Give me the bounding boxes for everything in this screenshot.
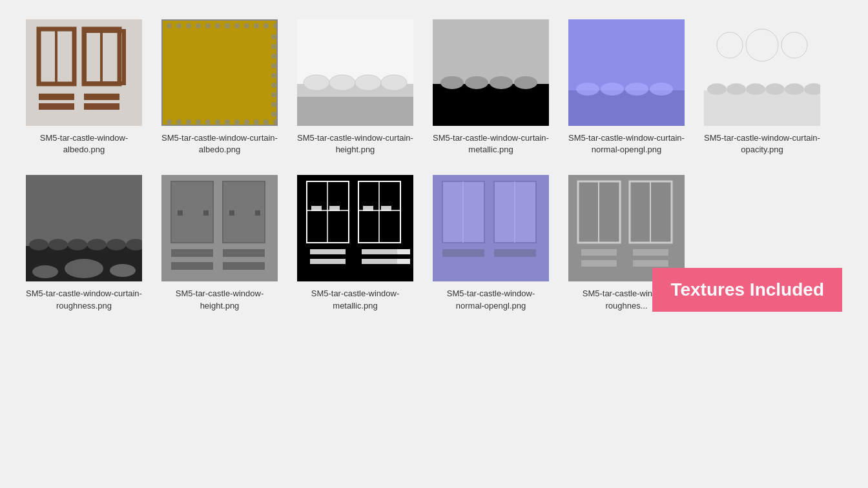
svg-rect-103 xyxy=(297,175,413,281)
gallery-row-1: SM5-tar-castle-window-albedo.png xyxy=(26,19,842,156)
svg-rect-136 xyxy=(633,249,668,256)
svg-point-20 xyxy=(244,23,249,28)
svg-rect-95 xyxy=(178,210,183,216)
label-curtain-albedo: SM5-tar-castle-window-curtain-albedo.png xyxy=(161,132,278,156)
svg-point-21 xyxy=(254,23,259,28)
svg-rect-135 xyxy=(581,249,617,256)
svg-rect-99 xyxy=(171,249,213,257)
svg-rect-98 xyxy=(255,210,260,216)
svg-rect-48 xyxy=(297,97,413,126)
svg-rect-113 xyxy=(381,206,391,211)
svg-point-65 xyxy=(625,83,648,96)
svg-point-19 xyxy=(234,23,240,28)
svg-point-59 xyxy=(514,76,537,89)
svg-point-52 xyxy=(381,75,407,90)
svg-point-89 xyxy=(32,265,58,278)
svg-point-70 xyxy=(707,83,727,95)
svg-rect-125 xyxy=(494,249,536,257)
svg-rect-55 xyxy=(433,84,549,126)
svg-rect-138 xyxy=(633,260,668,267)
label-curtain-roughness: SM5-tar-castle-window-curtain-roughness.… xyxy=(26,288,142,311)
thumbnail-albedo xyxy=(26,19,142,126)
svg-point-32 xyxy=(244,119,249,125)
svg-point-15 xyxy=(196,23,201,28)
svg-rect-46 xyxy=(297,19,413,84)
gallery-item-albedo[interactable]: SM5-tar-castle-window-albedo.png xyxy=(26,19,142,156)
svg-point-39 xyxy=(271,63,276,68)
thumbnail-curtain-albedo xyxy=(161,19,278,126)
svg-rect-8 xyxy=(84,103,119,110)
svg-point-28 xyxy=(205,119,211,125)
thumbnail-curtain-height xyxy=(297,19,413,126)
svg-rect-5 xyxy=(39,94,74,100)
thumbnail-normal-opengl xyxy=(433,175,549,281)
gallery-item-metallic[interactable]: SM5-tar-castle-window-metallic.png xyxy=(297,175,413,311)
gallery-item-curtain-metallic[interactable]: SM5-tar-castle-window-curtain-metallic.p… xyxy=(433,19,549,156)
svg-point-50 xyxy=(329,75,355,90)
svg-point-13 xyxy=(176,23,181,28)
svg-point-56 xyxy=(440,76,464,89)
svg-rect-119 xyxy=(397,259,410,264)
label-height: SM5-tar-castle-window-height.png xyxy=(161,288,278,311)
thumbnail-curtain-metallic xyxy=(433,19,549,126)
gallery-item-curtain-albedo[interactable]: SM5-tar-castle-window-curtain-albedo.png xyxy=(161,19,278,156)
svg-point-22 xyxy=(264,23,269,28)
gallery-item-curtain-opacity[interactable]: SM5-tar-castle-window-curtain-opacity.pn… xyxy=(704,19,820,156)
gallery-item-height[interactable]: SM5-tar-castle-window-height.png xyxy=(161,175,278,311)
svg-point-73 xyxy=(765,83,785,95)
thumbnail-height xyxy=(161,175,278,281)
gallery-item-curtain-roughness[interactable]: SM5-tar-castle-window-curtain-roughness.… xyxy=(26,175,142,311)
label-curtain-metallic: SM5-tar-castle-window-curtain-metallic.p… xyxy=(433,132,549,156)
svg-rect-117 xyxy=(362,259,397,264)
svg-point-90 xyxy=(110,264,136,277)
svg-rect-97 xyxy=(229,210,234,216)
svg-point-88 xyxy=(65,259,103,278)
svg-rect-80 xyxy=(26,175,142,246)
svg-point-71 xyxy=(727,83,746,95)
svg-rect-61 xyxy=(568,19,685,90)
svg-rect-102 xyxy=(223,262,265,270)
svg-point-49 xyxy=(304,75,329,90)
svg-rect-0 xyxy=(26,19,142,126)
svg-point-44 xyxy=(271,112,276,117)
svg-rect-96 xyxy=(203,210,209,216)
svg-point-27 xyxy=(196,119,201,125)
svg-rect-3 xyxy=(84,29,119,84)
svg-point-63 xyxy=(576,83,599,96)
svg-point-85 xyxy=(87,239,107,250)
svg-point-41 xyxy=(271,83,276,88)
gallery-row-2: SM5-tar-castle-window-curtain-roughness.… xyxy=(26,175,842,311)
badge-text: Textures Included xyxy=(670,280,824,300)
svg-rect-7 xyxy=(39,103,74,110)
textures-included-badge: Textures Included xyxy=(652,268,842,312)
svg-point-26 xyxy=(186,119,191,125)
svg-rect-115 xyxy=(362,249,397,254)
gallery-item-curtain-height[interactable]: SM5-tar-castle-window-curtain-height.png xyxy=(297,19,413,156)
svg-point-57 xyxy=(465,76,488,89)
svg-point-29 xyxy=(215,119,220,125)
thumbnail-curtain-roughness xyxy=(26,175,142,281)
svg-rect-11 xyxy=(163,21,278,126)
svg-point-74 xyxy=(785,83,804,95)
gallery-item-curtain-normal[interactable]: SM5-tar-castle-window-curtain-normal-ope… xyxy=(568,19,685,156)
svg-rect-6 xyxy=(84,94,119,100)
label-curtain-height: SM5-tar-castle-window-curtain-height.png xyxy=(297,132,413,156)
svg-point-64 xyxy=(601,83,624,96)
svg-point-34 xyxy=(264,119,269,125)
svg-point-31 xyxy=(234,119,240,125)
svg-point-30 xyxy=(225,119,230,125)
gallery-item-normal-opengl[interactable]: SM5-tar-castle-window-normal-opengl.png xyxy=(433,175,549,311)
thumbnail-curtain-normal xyxy=(568,19,685,126)
label-normal-opengl: SM5-tar-castle-window-normal-opengl.png xyxy=(433,288,549,311)
svg-point-82 xyxy=(29,239,48,250)
svg-point-16 xyxy=(205,23,211,28)
svg-rect-118 xyxy=(397,249,410,254)
svg-point-12 xyxy=(167,23,172,28)
thumbnail-roughness xyxy=(568,175,685,281)
svg-point-17 xyxy=(215,23,220,28)
svg-rect-114 xyxy=(310,249,346,254)
svg-rect-124 xyxy=(442,249,484,257)
svg-rect-62 xyxy=(568,90,685,126)
svg-point-58 xyxy=(490,76,513,89)
svg-point-40 xyxy=(271,73,276,78)
